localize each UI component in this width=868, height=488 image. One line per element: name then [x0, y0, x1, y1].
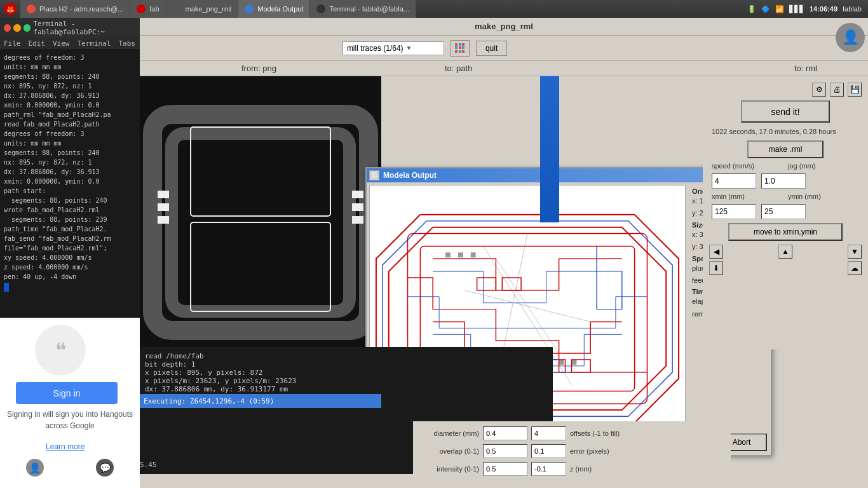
- chat-bottom-icons: 👤 💬: [0, 459, 140, 477]
- overlap-label: overlap (0-1): [416, 447, 479, 455]
- firefox-icon: 🦊: [4, 3, 17, 15]
- to-path-label: to: path: [445, 64, 472, 73]
- taskbar: 🦊 Placa H2 - adm.reasch@... fab make_png…: [0, 0, 868, 18]
- to-rml-label: to: rml: [794, 64, 817, 73]
- tab-favicon-modela: [245, 4, 254, 13]
- tab-label-modela: Modela Output: [257, 5, 303, 13]
- makepng-title: make_png_rml: [146, 22, 862, 31]
- tab-placa[interactable]: Placa H2 - adm.reasch@...: [20, 0, 130, 18]
- diameter-input[interactable]: [483, 426, 527, 440]
- move-to-xmin-button[interactable]: move to xmin,ymin: [728, 223, 843, 241]
- to-rml-area: ⚙ 🖨 💾 send it! 1022 seconds, 17.0 minute…: [703, 76, 868, 349]
- main-panel-titlebar: make_png_rml ✕: [140, 18, 868, 36]
- dropdown-value: mill traces (1/64): [347, 44, 403, 53]
- menu-edit[interactable]: Edit: [29, 39, 46, 48]
- save-icon[interactable]: 💾: [848, 83, 862, 97]
- from-png-label: from: png: [241, 64, 276, 73]
- tab-label-makepng: make_png_rml: [186, 5, 232, 13]
- signin-description: Signing in will sign you into Hangouts a…: [6, 409, 133, 431]
- error-input[interactable]: [531, 444, 566, 458]
- diameter-row: diameter (mm) offsets (-1 to fill): [416, 426, 728, 440]
- controls-row: mill traces (1/64) ▼ quit: [140, 36, 868, 61]
- offsets-input[interactable]: [531, 426, 566, 440]
- tab-favicon-terminal: [316, 4, 325, 13]
- tab-favicon-placa: [27, 4, 36, 13]
- quit-button[interactable]: quit: [476, 41, 507, 56]
- speed-label: speed (mm/s): [712, 162, 783, 170]
- jog-label: jog (mm): [788, 162, 859, 170]
- terminal-dx: dx: 37.886806 mm, dy: 36.913177 mm: [145, 385, 548, 393]
- intensity-input[interactable]: [483, 462, 527, 476]
- chat-panel: ❝ Sign in Signing in will sign you into …: [0, 318, 140, 488]
- tab-terminal[interactable]: Terminal - fablab@fabla...: [310, 0, 416, 18]
- svg-rect-23: [571, 360, 576, 365]
- nav-up-icon[interactable]: ▲: [778, 245, 792, 259]
- svg-rect-19: [445, 252, 451, 257]
- svg-rect-6: [158, 203, 169, 211]
- nav-left-icon[interactable]: ◀: [709, 245, 723, 259]
- z-input[interactable]: [531, 462, 566, 476]
- tab-makepng[interactable]: make_png_rml: [166, 0, 239, 18]
- torml-icon-row: ⚙ 🖨 💾: [709, 83, 862, 97]
- error-label: error (pixels): [570, 447, 609, 455]
- tab-modela[interactable]: Modela Output: [238, 0, 310, 18]
- svg-rect-10: [352, 216, 363, 224]
- menu-file[interactable]: File: [4, 39, 21, 48]
- svg-rect-22: [559, 360, 564, 365]
- speed-input[interactable]: [712, 173, 756, 189]
- executing-bar: Executing: Z6454,1296,-4 (0:59): [140, 394, 381, 408]
- settings-icon[interactable]: ⚙: [812, 83, 826, 97]
- terminal-close-btn[interactable]: [4, 24, 11, 32]
- tab-fab[interactable]: fab: [130, 0, 166, 18]
- main-panel: make_png_rml ✕ mill traces (1/64) ▼ quit: [140, 18, 868, 488]
- menu-terminal[interactable]: Terminal: [78, 39, 111, 48]
- wifi-icon: 📶: [775, 5, 784, 13]
- svg-rect-9: [352, 203, 363, 211]
- signal-icon: ▋▋▋: [789, 5, 804, 13]
- send-it-button[interactable]: send it!: [741, 100, 830, 123]
- dropdown-select[interactable]: mill traces (1/64) ▼: [342, 41, 444, 55]
- xmin-input[interactable]: [712, 204, 756, 219]
- svg-rect-21: [471, 252, 476, 257]
- z-label: z (mm): [570, 465, 592, 473]
- terminal-bitdepth: bit depth: 1: [145, 360, 548, 369]
- overlap-input[interactable]: [483, 444, 527, 458]
- ymin-label: ymin (mm): [788, 193, 859, 200]
- ymin-input[interactable]: [761, 204, 806, 219]
- terminal-max-btn[interactable]: [24, 24, 31, 32]
- pcb-background: [140, 76, 381, 349]
- blue-progress-bar: [540, 76, 559, 222]
- modela-title-area: ⬜ Modela Output: [369, 170, 437, 180]
- menu-tabs[interactable]: Tabs: [118, 39, 135, 48]
- canvas-area: ⬜ Modela Output ─ □ ✕: [140, 76, 868, 349]
- svg-rect-7: [158, 216, 169, 224]
- tab-label-placa: Placa H2 - adm.reasch@...: [39, 5, 123, 13]
- tab-favicon-makepng: [173, 4, 182, 13]
- terminal-menubar: File Edit View Terminal Tabs: [0, 38, 149, 49]
- nav-dl-icon[interactable]: ⬇: [709, 261, 723, 275]
- terminal-read: read /home/fab: [145, 352, 548, 360]
- pcb-svg: [140, 76, 381, 349]
- print-icon[interactable]: 🖨: [830, 83, 844, 97]
- make-rml-button[interactable]: make .rml: [747, 140, 824, 158]
- tab-favicon-fab: [137, 4, 146, 13]
- jog-input[interactable]: [761, 173, 806, 189]
- terminal-min-btn[interactable]: [13, 24, 20, 32]
- menu-view[interactable]: View: [53, 39, 70, 48]
- cloud-icon[interactable]: ☁: [848, 261, 862, 275]
- taskbar-time: 14:06:49: [810, 5, 837, 13]
- modela-title-label: Modela Output: [383, 171, 437, 180]
- learn-more-link[interactable]: Learn more: [46, 442, 85, 451]
- user-avatar[interactable]: 👤: [836, 23, 865, 52]
- dropdown-arrow: ▼: [406, 44, 412, 51]
- profile-icon[interactable]: 👤: [26, 459, 44, 477]
- torml-speed-inputs: [712, 173, 859, 189]
- terminal-xypixels: x pixels: 895, y pixels: 872: [145, 369, 548, 377]
- nav-down-icon[interactable]: ▼: [848, 245, 862, 259]
- grid-button[interactable]: [451, 40, 470, 57]
- battery-icon: 🔋: [747, 5, 756, 13]
- signin-button[interactable]: Sign in: [16, 382, 118, 404]
- grid-icon: [455, 43, 465, 53]
- chat-notification-icon[interactable]: 💬: [96, 459, 114, 477]
- torml-nav-row: ◀ ▲ ▼: [709, 245, 862, 259]
